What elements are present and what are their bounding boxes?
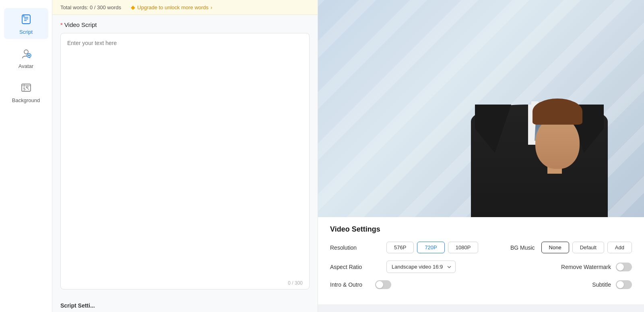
intro-outro-group: Intro & Outro <box>330 280 391 289</box>
sidebar-label-script: Script <box>19 29 33 35</box>
video-settings: Video Settings Resolution 576P 720P 1080… <box>318 217 644 304</box>
bg-music-group: BG Music None Default Add <box>510 242 632 253</box>
upgrade-chevron: › <box>211 4 212 10</box>
music-default-button[interactable]: Default <box>572 242 604 253</box>
intro-outro-label: Intro & Outro <box>330 281 370 288</box>
res-1080p-button[interactable]: 1080P <box>448 242 479 253</box>
top-bar: Total words: 0 / 300 words ◆ Upgrade to … <box>52 0 318 15</box>
avatar-figure <box>459 8 612 217</box>
res-720p-button[interactable]: 720P <box>417 242 444 253</box>
sidebar-item-avatar[interactable]: Avatar <box>4 42 48 73</box>
svg-point-5 <box>24 50 28 54</box>
svg-point-14 <box>27 86 28 88</box>
diamond-icon: ◆ <box>131 4 135 10</box>
script-textarea[interactable] <box>61 33 309 277</box>
required-star: * <box>60 21 63 28</box>
aspect-ratio-label: Aspect Ratio <box>330 264 370 270</box>
resolution-group: 576P 720P 1080P <box>386 242 478 253</box>
sidebar-item-script[interactable]: Script <box>4 8 48 39</box>
right-panel: Video Settings Resolution 576P 720P 1080… <box>318 0 644 312</box>
script-textarea-wrap: 0 / 300 <box>60 33 310 289</box>
sidebar-label-avatar: Avatar <box>19 63 33 69</box>
upgrade-text: Upgrade to unlock more words <box>137 4 208 10</box>
background-icon <box>19 80 33 95</box>
upgrade-link[interactable]: ◆ Upgrade to unlock more words › <box>131 4 212 10</box>
svg-line-12 <box>23 88 26 90</box>
left-lapel <box>475 105 511 153</box>
sidebar-item-background[interactable]: Background <box>4 76 48 107</box>
res-576p-button[interactable]: 576P <box>386 242 414 253</box>
remove-watermark-group: Remove Watermark <box>561 263 632 271</box>
char-count: 0 / 300 <box>61 277 309 289</box>
subtitle-label: Subtitle <box>592 281 611 288</box>
subtitle-toggle[interactable] <box>616 280 632 289</box>
preview-area <box>318 0 644 217</box>
sidebar: Script Avatar Background <box>0 0 52 312</box>
script-icon <box>19 12 33 27</box>
settings-row-aspect: Aspect Ratio Landscape video 16:9 Remove… <box>330 261 632 273</box>
remove-watermark-label: Remove Watermark <box>561 264 611 270</box>
video-settings-title: Video Settings <box>330 225 632 234</box>
bg-music-label: BG Music <box>510 244 535 251</box>
aspect-ratio-select[interactable]: Landscape video 16:9 <box>386 261 456 273</box>
word-count-label: Total words: 0 / 300 words <box>60 4 121 10</box>
svg-line-13 <box>26 87 29 90</box>
script-settings-hint: Script Setti... <box>52 296 318 312</box>
left-panel: Total words: 0 / 300 words ◆ Upgrade to … <box>52 0 318 312</box>
remove-watermark-toggle[interactable] <box>616 263 632 271</box>
sidebar-label-background: Background <box>12 97 40 103</box>
avatar-icon <box>19 46 33 61</box>
subtitle-group: Subtitle <box>592 280 632 289</box>
main-content: Total words: 0 / 300 words ◆ Upgrade to … <box>52 0 644 312</box>
person-hair <box>533 99 582 125</box>
settings-row-intro: Intro & Outro Subtitle <box>330 280 632 289</box>
script-section-title: *Video Script <box>60 21 310 28</box>
resolution-label: Resolution <box>330 244 370 251</box>
music-add-button[interactable]: Add <box>607 242 632 253</box>
settings-row-resolution: Resolution 576P 720P 1080P BG Music None… <box>330 242 632 253</box>
music-none-button[interactable]: None <box>541 242 569 253</box>
intro-outro-toggle[interactable] <box>375 280 391 289</box>
svg-rect-9 <box>22 84 31 91</box>
script-section: *Video Script 0 / 300 <box>52 15 318 296</box>
